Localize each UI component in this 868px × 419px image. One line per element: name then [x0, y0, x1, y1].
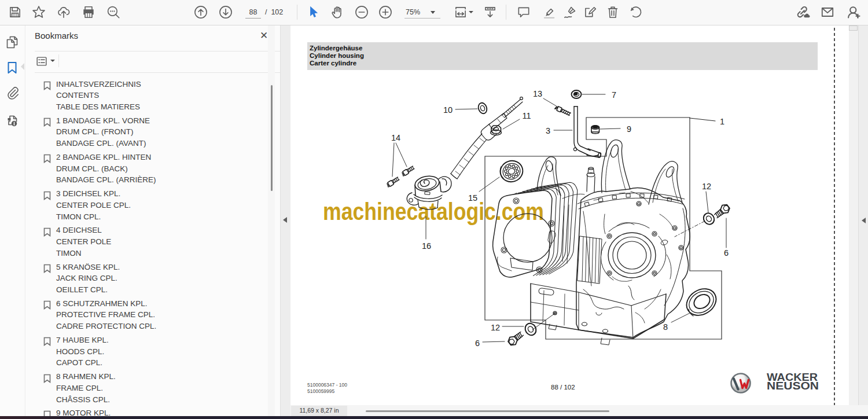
svg-text:7: 7	[612, 90, 616, 100]
svg-text:machinecatalogic.com: machinecatalogic.com	[323, 198, 544, 225]
svg-text:6: 6	[724, 248, 729, 258]
svg-text:13: 13	[533, 89, 542, 98]
svg-text:9: 9	[627, 124, 631, 134]
svg-text:3: 3	[546, 126, 550, 135]
svg-text:12: 12	[702, 182, 711, 191]
svg-text:8: 8	[663, 322, 668, 332]
svg-text:14: 14	[391, 133, 400, 142]
svg-text:12: 12	[491, 323, 500, 332]
svg-text:1: 1	[720, 117, 724, 126]
svg-text:NEUSON: NEUSON	[767, 380, 819, 392]
svg-text:16: 16	[422, 241, 431, 251]
svg-text:11: 11	[522, 111, 531, 120]
svg-text:10: 10	[443, 105, 453, 115]
svg-text:6: 6	[475, 339, 480, 348]
svg-text:15: 15	[468, 193, 477, 203]
